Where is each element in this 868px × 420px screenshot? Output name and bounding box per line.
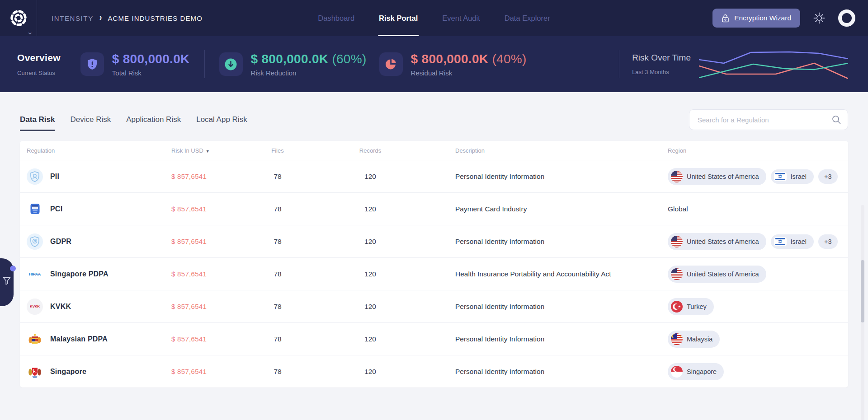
risk-value: $ 857,6541 <box>171 270 207 278</box>
user-avatar[interactable] <box>838 9 855 27</box>
malaysia-crest-icon <box>27 331 43 347</box>
tab-device-risk[interactable]: Device Risk <box>70 115 111 124</box>
stat-risk-reduction: $ 800,000.0K (60%)Risk Reduction <box>219 52 367 77</box>
search-input[interactable] <box>698 116 831 124</box>
risk-cell: $ 857,6541 <box>165 368 248 376</box>
region-chip-label: Turkey <box>687 303 707 310</box>
regulation-cell: GDPR <box>20 233 165 250</box>
settings-gear-icon[interactable] <box>812 11 826 25</box>
stat-value: $ 800,000.0K (60%) <box>251 52 367 66</box>
region-chip-united-states-of-america: United States of America <box>668 168 766 185</box>
description-cell: Personal Identity Information <box>434 238 646 246</box>
pie-chart-icon <box>379 52 403 76</box>
risk-value: $ 857,6541 <box>171 173 207 180</box>
region-chip-united-states-of-america: United States of America <box>668 233 766 250</box>
region-cell: ★Turkey <box>646 298 848 315</box>
column-header-records[interactable]: Records <box>307 147 434 154</box>
stat-label: Residual Risk <box>411 69 527 77</box>
table-row-pii[interactable]: PII$ 857,654178120Personal Identity Info… <box>20 160 848 192</box>
divider <box>619 50 619 78</box>
risk-over-time-subtitle: Last 3 Months <box>632 69 691 75</box>
regulations-table: RegulationRisk In USD▼FilesRecordsDescri… <box>20 141 848 387</box>
table-row-pci[interactable]: PCI$ 857,654178120Payment Card IndustryG… <box>20 192 848 225</box>
description-cell: Personal Identity Information <box>434 303 646 311</box>
nav-item-data-explorer[interactable]: Data Explorer <box>505 0 550 36</box>
overview-heading: Overview Current Status <box>17 52 61 76</box>
region-more-chip[interactable]: +3 <box>818 234 838 249</box>
overview-stats-band: Overview Current Status $ 800,000.0KTota… <box>0 36 868 92</box>
stat-total-risk: $ 800,000.0KTotal Risk <box>80 52 190 77</box>
stat-label: Risk Reduction <box>251 69 367 77</box>
column-header-files[interactable]: Files <box>248 147 307 154</box>
column-header-regulation[interactable]: Regulation <box>20 147 165 154</box>
stat-value: $ 800,000.0K (40%) <box>411 52 527 66</box>
region-chip-label: Israel <box>791 173 807 180</box>
region-cell: United States of America <box>646 266 848 283</box>
nav-item-dashboard[interactable]: Dashboard <box>318 0 354 36</box>
tab-data-risk[interactable]: Data Risk <box>20 115 55 124</box>
region-chip-united-states-of-america: United States of America <box>668 266 766 283</box>
filter-funnel-icon <box>2 276 11 285</box>
encryption-wizard-label: Encryption Wizard <box>734 14 791 22</box>
records-cell: 120 <box>307 173 434 181</box>
region-chip-turkey: ★Turkey <box>668 298 714 315</box>
app-logo[interactable]: ⌄ <box>0 0 37 36</box>
us-flag-icon <box>671 236 683 247</box>
description-cell: Health Insurance Portability and Account… <box>434 270 646 278</box>
divider <box>204 50 205 78</box>
singapore-crest-icon <box>27 364 43 380</box>
region-chips: United States of America✡Israel+3 <box>668 168 848 185</box>
top-bar: ⌄ INTENSITY › ACME INDUSTRIES DEMO Dashb… <box>0 0 868 36</box>
risk-cell: $ 857,6541 <box>165 270 248 278</box>
table-row-singapore-pdpa[interactable]: HIPAASingapore PDPA$ 857,654178120Health… <box>20 257 848 290</box>
column-header-risk-in-usd[interactable]: Risk In USD▼ <box>165 147 248 154</box>
nav-item-risk-portal[interactable]: Risk Portal <box>379 0 418 36</box>
risk-value: $ 857,6541 <box>171 238 207 245</box>
stat-percent: (60%) <box>328 52 366 66</box>
risk-over-time-sparkline <box>699 46 848 82</box>
risk-cell: $ 857,6541 <box>165 205 248 213</box>
filter-drawer-handle[interactable] <box>0 258 14 306</box>
breadcrumb-page[interactable]: ACME INDUSTRIES DEMO <box>108 14 203 22</box>
risk-over-time-heading: Risk Over Time Last 3 Months <box>632 53 691 75</box>
us-flag-icon <box>671 268 683 280</box>
region-cell: Global <box>646 205 848 213</box>
sparkline-series-risk-reduction <box>699 63 848 78</box>
region-more-chip[interactable]: +3 <box>818 169 838 184</box>
region-chip-singapore: Singapore <box>668 363 724 380</box>
gdpr-shield-icon <box>27 233 43 250</box>
tab-local-app-risk[interactable]: Local App Risk <box>196 115 247 124</box>
tab-application-risk[interactable]: Application Risk <box>126 115 181 124</box>
regulation-cell: Malaysian PDPA <box>20 331 165 347</box>
chevron-down-icon: ⌄ <box>27 28 33 36</box>
table-row-gdpr[interactable]: GDPR$ 857,654178120Personal Identity Inf… <box>20 225 848 257</box>
region-chip-label: United States of America <box>687 173 759 180</box>
overview-title: Overview <box>17 52 61 63</box>
records-cell: 120 <box>307 205 434 213</box>
table-row-kvkk[interactable]: KVKKKVKK$ 857,654178120Personal Identity… <box>20 290 848 322</box>
search-icon[interactable] <box>831 115 841 125</box>
records-cell: 120 <box>307 368 434 376</box>
region-text: Global <box>668 205 688 213</box>
region-chip-israel: ✡Israel <box>771 234 814 249</box>
scrollbar-thumb[interactable] <box>861 260 864 322</box>
nav-item-event-audit[interactable]: Event Audit <box>442 0 480 36</box>
top-actions: Encryption Wizard <box>712 9 868 28</box>
column-label: Region <box>668 147 686 154</box>
logo-icon <box>8 8 29 28</box>
column-header-region[interactable]: Region <box>646 147 848 154</box>
encryption-wizard-button[interactable]: Encryption Wizard <box>712 9 800 28</box>
table-row-malaysian-pdpa[interactable]: Malaysian PDPA$ 857,654178120Personal Id… <box>20 322 848 355</box>
regulation-cell: PII <box>20 168 165 185</box>
sparkline-series-residual-risk <box>699 63 848 79</box>
breadcrumb-app[interactable]: INTENSITY <box>52 14 94 22</box>
table-row-singapore[interactable]: Singapore$ 857,654178120Personal Identit… <box>20 355 848 387</box>
records-cell: 120 <box>307 238 434 246</box>
us-flag-icon <box>671 171 683 182</box>
regulation-name: PCI <box>50 205 62 213</box>
description-cell: Personal Identity Information <box>434 368 646 376</box>
column-label: Records <box>359 147 381 154</box>
column-header-description[interactable]: Description <box>434 147 646 154</box>
files-cell: 78 <box>248 335 307 343</box>
vertical-scrollbar[interactable] <box>861 205 864 420</box>
